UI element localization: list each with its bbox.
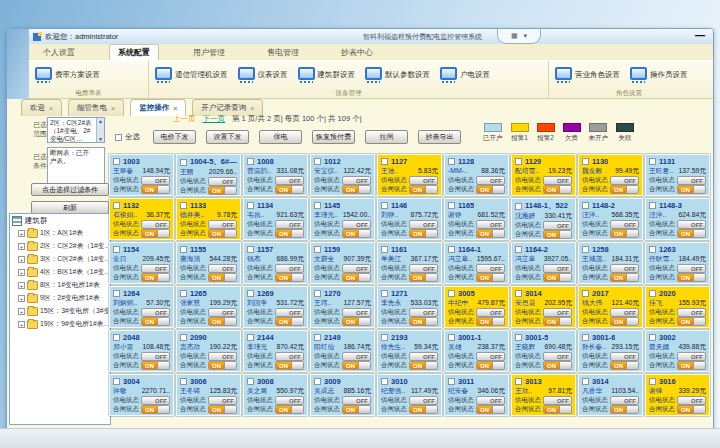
supply-toggle[interactable]: OFF xyxy=(476,264,505,273)
card-checkbox[interactable] xyxy=(113,290,120,297)
ribbon-button[interactable]: 通信管理机设置 xyxy=(155,67,228,83)
select-all-checkbox[interactable] xyxy=(115,134,122,141)
meter-card[interactable]: 1154 金日 209.45元 供电状态 OFF 合闸状态 ON xyxy=(109,242,174,284)
meter-card[interactable]: 2020 佳飞 155.93元 供电状态 OFF 合闸状态 ON xyxy=(645,286,710,328)
meter-card[interactable]: 1271 李先永 533.03元 供电状态 OFF 合闸状态 ON xyxy=(377,286,442,328)
meter-card[interactable]: 2017 钱大伟 121.40元 供电状态 OFF 合闸状态 ON xyxy=(578,286,643,328)
gate-toggle[interactable]: ON xyxy=(141,273,170,282)
card-checkbox[interactable] xyxy=(448,202,455,209)
gate-toggle[interactable]: ON xyxy=(141,405,170,414)
card-checkbox[interactable] xyxy=(582,334,589,341)
supply-toggle[interactable]: OFF xyxy=(610,264,639,273)
layout-icon[interactable]: ▦ xyxy=(511,32,518,40)
tree-item[interactable]: + 9区：2#变电所1#表 xyxy=(18,293,108,303)
expand-icon[interactable]: + xyxy=(18,282,25,289)
gate-toggle[interactable]: ON xyxy=(476,317,505,326)
collapse-ribbon-icon[interactable]: ▾ xyxy=(524,32,528,40)
expand-icon[interactable]: + xyxy=(18,269,25,276)
expand-icon[interactable]: + xyxy=(18,230,25,237)
card-checkbox[interactable] xyxy=(180,159,187,166)
meter-card[interactable]: 2149 阳红仙 186.74元 供电状态 OFF 合闸状态 ON xyxy=(310,330,375,372)
supply-toggle[interactable]: OFF xyxy=(275,396,304,405)
document-tab[interactable]: 欢迎 × xyxy=(21,99,62,116)
scroll-up-icon[interactable]: ▲ xyxy=(98,118,103,124)
meter-card[interactable]: 2090 贵杰欣 190.22元 供电状态 OFF 合闸状态 ON xyxy=(176,330,241,372)
card-checkbox[interactable] xyxy=(649,246,656,253)
supply-toggle[interactable]: OFF xyxy=(476,352,505,361)
expand-icon[interactable]: + xyxy=(18,321,25,328)
meter-card[interactable]: 1127 王迪.. 5.83元 供电状态 OFF 合闸状态 ON xyxy=(377,154,442,196)
meter-card[interactable]: 1012 安宝仪.. 122.42元 供电状态 OFF 合闸状态 ON xyxy=(310,154,375,196)
supply-toggle[interactable]: OFF xyxy=(409,308,438,317)
gate-toggle[interactable]: ON xyxy=(543,185,572,194)
card-checkbox[interactable] xyxy=(247,246,254,253)
card-checkbox[interactable] xyxy=(649,378,656,385)
gate-toggle[interactable]: ON xyxy=(476,185,505,194)
supply-toggle[interactable]: OFF xyxy=(409,264,438,273)
gate-toggle[interactable]: ON xyxy=(677,185,706,194)
supply-toggle[interactable]: OFF xyxy=(476,308,505,317)
supply-toggle[interactable]: OFF xyxy=(677,308,706,317)
gate-toggle[interactable]: ON xyxy=(342,185,371,194)
action-button[interactable]: 电价下发 xyxy=(153,130,196,144)
card-checkbox[interactable] xyxy=(649,202,656,209)
condition-box[interactable]: 断网表：已开户表。 xyxy=(47,147,105,185)
tree-item[interactable]: + 19区：9#变电所1#表… xyxy=(18,319,108,329)
tree-item[interactable]: + 3区：C区2#表（1#变… xyxy=(18,254,108,264)
card-checkbox[interactable] xyxy=(515,158,522,165)
card-checkbox[interactable] xyxy=(247,334,254,341)
meter-card[interactable]: 3010 纪爱强.. 117.49元 供电状态 OFF 合闸状态 ON xyxy=(377,374,442,416)
meter-card[interactable]: 1130 魏金毅 99.49元 供电状态 OFF 合闸状态 ON xyxy=(578,154,643,196)
gate-toggle[interactable]: ON xyxy=(141,361,170,370)
action-button[interactable]: 恢复预付费 xyxy=(312,130,355,144)
prev-page-link[interactable]: 上一页 xyxy=(173,114,196,124)
ribbon-tab[interactable]: 个人设置 xyxy=(35,45,83,60)
ribbon-toggle-pill[interactable]: ▦ ▾ xyxy=(497,29,541,44)
meter-card[interactable]: 3001-6 孙长春.. 293.15元 供电状态 OFF 合闸状态 ON xyxy=(578,330,643,372)
meter-card[interactable]: 3016 谢锋 339.29元 供电状态 OFF 合闸状态 ON xyxy=(645,374,710,416)
gate-toggle[interactable]: ON xyxy=(610,273,639,282)
supply-toggle[interactable]: OFF xyxy=(677,264,706,273)
gate-toggle[interactable]: ON xyxy=(476,229,505,238)
supply-toggle[interactable]: OFF xyxy=(610,220,639,229)
close-icon[interactable]: × xyxy=(49,105,53,112)
meter-card[interactable]: 1003 王翠春 148.94元 供电状态 OFF 合闸状态 ON xyxy=(109,154,174,196)
gate-toggle[interactable]: ON xyxy=(677,273,706,282)
card-checkbox[interactable] xyxy=(582,246,589,253)
gate-toggle[interactable]: ON xyxy=(208,273,237,282)
card-checkbox[interactable] xyxy=(247,290,254,297)
meter-card[interactable]: 1129 配培雪.. 19.23元 供电状态 OFF 合闸状态 ON xyxy=(511,154,576,196)
card-checkbox[interactable] xyxy=(314,378,321,385)
meter-card[interactable]: 3008 吴之翼 550.97元 供电状态 OFF 合闸状态 ON xyxy=(243,374,308,416)
supply-toggle[interactable]: OFF xyxy=(342,308,371,317)
gate-toggle[interactable]: ON xyxy=(342,229,371,238)
supply-toggle[interactable]: OFF xyxy=(141,308,170,317)
meter-card[interactable]: 3009 吴成志 885.16元 供电状态 OFF 合闸状态 ON xyxy=(310,374,375,416)
card-checkbox[interactable] xyxy=(247,158,254,165)
card-checkbox[interactable] xyxy=(649,158,656,165)
card-checkbox[interactable] xyxy=(180,290,187,297)
supply-toggle[interactable]: OFF xyxy=(342,176,371,185)
gate-toggle[interactable]: ON xyxy=(208,229,237,238)
card-checkbox[interactable] xyxy=(515,378,522,385)
supply-toggle[interactable]: OFF xyxy=(476,176,505,185)
select-all[interactable]: 全选 xyxy=(115,132,140,142)
supply-toggle[interactable]: OFF xyxy=(208,308,237,317)
gate-toggle[interactable]: ON xyxy=(543,405,572,414)
gate-toggle[interactable]: ON xyxy=(275,317,304,326)
meter-card[interactable]: 3014 安恩花 202.95元 供电状态 OFF 合闸状态 ON xyxy=(511,286,576,328)
card-checkbox[interactable] xyxy=(381,158,388,165)
card-checkbox[interactable] xyxy=(649,290,656,297)
supply-toggle[interactable]: OFF xyxy=(141,176,170,185)
supply-toggle[interactable]: OFF xyxy=(342,396,371,405)
supply-toggle[interactable]: OFF xyxy=(275,176,304,185)
gate-toggle[interactable]: ON xyxy=(275,273,304,282)
supply-toggle[interactable]: OFF xyxy=(677,220,706,229)
card-checkbox[interactable] xyxy=(582,158,589,165)
supply-toggle[interactable]: OFF xyxy=(208,177,237,186)
document-tab[interactable]: 能管售电 × xyxy=(68,99,124,116)
card-checkbox[interactable] xyxy=(314,202,321,209)
meter-card[interactable]: 1132 石俊娟.. 36.37元 供电状态 OFF 合闸状态 ON xyxy=(109,198,174,240)
meter-card[interactable]: 1265 张家慧 199.29元 供电状态 OFF 合闸状态 ON xyxy=(176,286,241,328)
card-checkbox[interactable] xyxy=(582,378,589,385)
